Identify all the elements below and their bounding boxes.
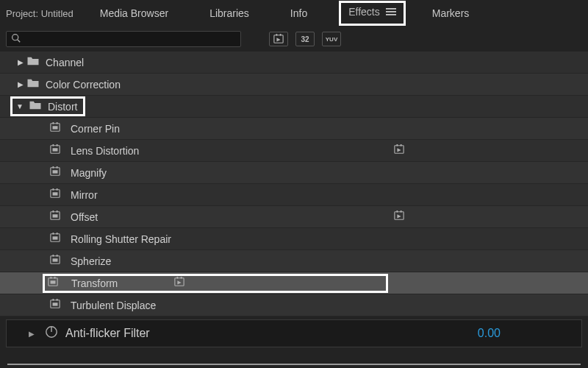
tab-effects[interactable]: Effects: [339, 1, 406, 26]
preset-icon: [50, 166, 60, 179]
effect-label: Turbulent Displace: [71, 300, 156, 311]
tab-project[interactable]: Project: Untitled: [6, 8, 74, 19]
effect-mirror[interactable]: Mirror: [0, 184, 588, 206]
accelerated-icon: [394, 144, 404, 157]
effect-offset[interactable]: Offset: [0, 206, 588, 228]
chevron-right-icon[interactable]: ▶: [15, 80, 26, 88]
effect-label: Corner Pin: [71, 123, 120, 135]
effect-label: Spherize: [71, 255, 111, 267]
effect-controls-row[interactable]: ▶ Anti-flicker Filter 0.00: [6, 319, 582, 347]
preset-icon: [50, 122, 60, 135]
param-name: Anti-flicker Filter: [65, 327, 150, 340]
preset-icon: [48, 277, 58, 289]
folder-label: Distort: [48, 101, 77, 113]
folder-color-correction[interactable]: ▶ Color Correction: [0, 74, 588, 96]
tab-media-browser[interactable]: Media Browser: [93, 2, 176, 24]
effect-turbulent-displace[interactable]: Turbulent Displace: [0, 294, 588, 316]
folder-label: Color Correction: [46, 79, 121, 91]
preset-icon: [50, 299, 60, 311]
tab-effects-label: Effects: [348, 6, 380, 18]
tab-info[interactable]: Info: [283, 2, 315, 24]
effects-tree: ▶ Channel ▶ Color Correction ▼ Distort C…: [0, 52, 588, 316]
active-tab-underline: [7, 364, 581, 365]
search-icon: [11, 33, 21, 45]
chevron-right-icon[interactable]: ▶: [29, 330, 40, 338]
filter-yuv-button[interactable]: YUV: [322, 32, 341, 46]
effect-spherize[interactable]: Spherize: [0, 250, 588, 272]
effect-rolling-shutter-repair[interactable]: Rolling Shutter Repair: [0, 228, 588, 250]
effect-label: Mirror: [71, 189, 98, 201]
effect-label: Rolling Shutter Repair: [71, 233, 171, 245]
accelerated-icon: [174, 277, 184, 289]
effect-label: Magnify: [71, 167, 107, 179]
effects-search-row: 32 YUV: [0, 26, 588, 52]
effect-label: Transform: [71, 277, 118, 289]
preset-icon: [50, 255, 60, 267]
folder-distort[interactable]: ▼ Distort: [0, 96, 588, 118]
search-input[interactable]: [24, 34, 236, 45]
effect-transform[interactable]: Transform: [0, 272, 588, 294]
folder-icon: [26, 56, 40, 68]
effect-label: Offset: [71, 211, 98, 223]
preset-icon: [50, 210, 60, 223]
search-box[interactable]: [6, 31, 241, 47]
folder-channel[interactable]: ▶ Channel: [0, 52, 588, 74]
tab-libraries[interactable]: Libraries: [202, 2, 257, 24]
folder-icon: [26, 78, 40, 91]
folder-icon: [29, 100, 42, 113]
filter-32bit-button[interactable]: 32: [295, 32, 315, 46]
effect-label: Lens Distortion: [71, 145, 139, 157]
tab-markers[interactable]: Markers: [425, 2, 477, 24]
panel-tab-bar: Project: Untitled Media Browser Librarie…: [0, 0, 588, 26]
folder-label: Channel: [46, 57, 84, 68]
chevron-right-icon[interactable]: ▶: [15, 58, 26, 66]
effect-magnify[interactable]: Magnify: [0, 162, 588, 184]
accelerated-icon: [394, 210, 404, 223]
param-value[interactable]: 0.00: [478, 327, 501, 340]
effect-corner-pin[interactable]: Corner Pin: [0, 118, 588, 140]
preset-icon: [50, 188, 60, 201]
filter-accelerated-button[interactable]: [269, 32, 288, 46]
stopwatch-icon[interactable]: [45, 325, 58, 342]
preset-icon: [50, 144, 60, 157]
preset-icon: [50, 233, 60, 245]
effect-lens-distortion[interactable]: Lens Distortion: [0, 140, 588, 162]
chevron-down-icon[interactable]: ▼: [14, 102, 26, 110]
panel-menu-icon[interactable]: [386, 7, 396, 17]
